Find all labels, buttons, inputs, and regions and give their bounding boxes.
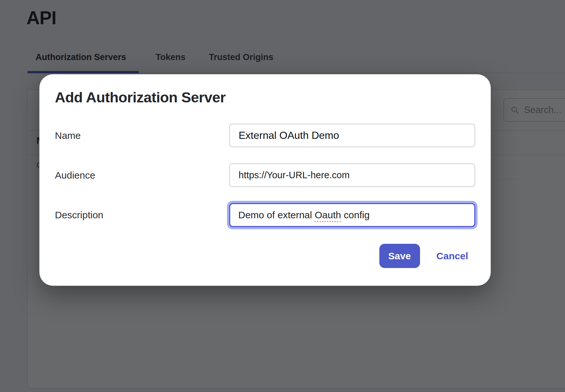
audience-label: Audience bbox=[55, 170, 229, 181]
audience-input[interactable] bbox=[229, 163, 475, 187]
description-input[interactable]: Demo of external Oauth config bbox=[229, 203, 475, 227]
name-label: Name bbox=[55, 130, 229, 141]
description-text: Demo of external bbox=[238, 210, 315, 221]
description-field-row: Description Demo of external Oauth confi… bbox=[55, 203, 475, 227]
audience-field-row: Audience bbox=[55, 163, 475, 187]
modal-button-row: Save Cancel bbox=[55, 244, 475, 268]
misspelled-word: Oauth bbox=[315, 210, 341, 221]
save-button[interactable]: Save bbox=[379, 244, 420, 268]
add-authorization-server-modal: Add Authorization Server Name Audience D… bbox=[39, 74, 491, 286]
description-text: config bbox=[341, 210, 370, 221]
cancel-button[interactable]: Cancel bbox=[437, 251, 468, 262]
modal-title: Add Authorization Server bbox=[55, 90, 475, 105]
description-label: Description bbox=[55, 210, 229, 221]
name-input[interactable] bbox=[229, 124, 475, 147]
name-field-row: Name bbox=[55, 124, 475, 147]
